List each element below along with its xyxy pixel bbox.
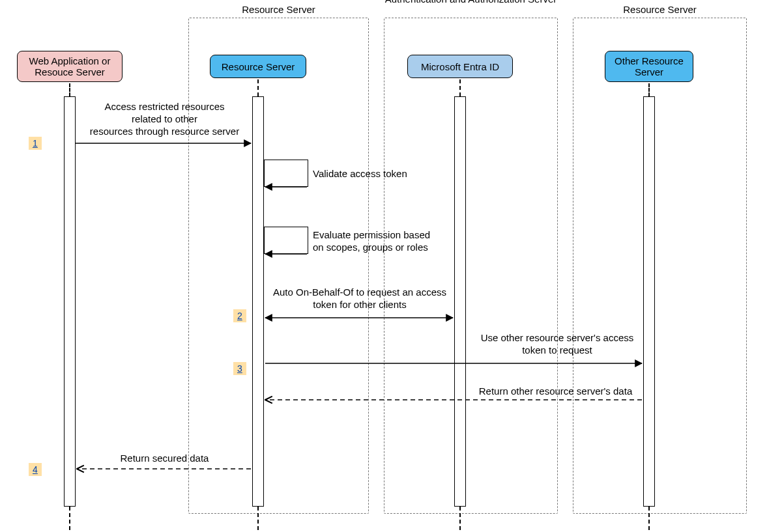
container-auth-server: Authentication and Authorization Server — [384, 18, 558, 514]
node-label: Resource Server — [222, 61, 295, 72]
container-label: Authentication and Authorization Server — [384, 0, 557, 5]
node-label: Other Resource Server — [609, 55, 689, 77]
node-client: Web Application or Resouce Server — [17, 51, 123, 82]
node-other-server: Other Resource Server — [605, 51, 693, 82]
lifeline — [69, 83, 70, 96]
activation-other — [643, 96, 655, 507]
node-label: Web Application or Resouce Server — [22, 55, 118, 77]
container-label: Resource Server — [189, 4, 368, 15]
lifeline — [648, 507, 650, 530]
lifeline — [459, 507, 461, 530]
message-text: Return secured data — [108, 453, 222, 465]
step-badge-1: 1 — [29, 137, 42, 150]
message-text: Access restricted resources related to o… — [78, 101, 251, 137]
lifeline — [257, 79, 259, 96]
container-resource-server: Resource Server — [188, 18, 369, 514]
step-badge-3: 3 — [233, 362, 246, 375]
message-text: Auto On-Behalf-Of to request an access t… — [265, 287, 454, 311]
container-other-resource-server: Resource Server — [573, 18, 747, 514]
lifeline — [69, 507, 70, 530]
container-label: Resource Server — [573, 4, 746, 15]
node-resource-server: Resource Server — [210, 55, 306, 78]
lifeline — [459, 79, 461, 96]
message-text: Return other resource server's data — [469, 385, 642, 398]
node-label: Microsoft Entra ID — [421, 61, 499, 72]
message-text: Evaluate permission based on scopes, gro… — [313, 229, 456, 254]
self-call-box — [264, 227, 308, 254]
lifeline — [257, 507, 259, 530]
activation-resource-server — [252, 96, 264, 507]
activation-entra — [454, 96, 466, 507]
message-text: Use other resource server's access token… — [469, 332, 645, 357]
step-badge-2: 2 — [233, 309, 246, 322]
node-entra: Microsoft Entra ID — [407, 55, 513, 78]
activation-client — [64, 96, 76, 507]
message-text: Validate access token — [313, 168, 424, 180]
step-badge-4: 4 — [29, 463, 42, 476]
lifeline — [648, 83, 650, 96]
self-call-box — [264, 160, 308, 187]
